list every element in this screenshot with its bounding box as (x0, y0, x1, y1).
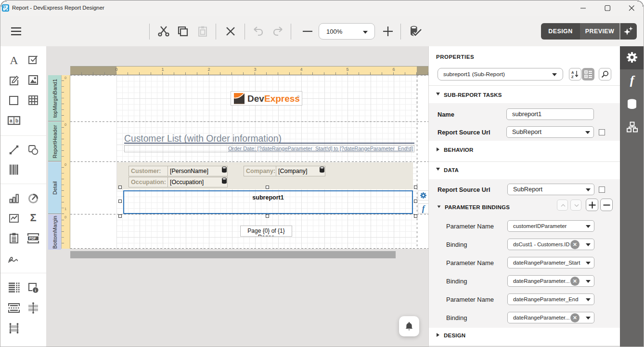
svg-text:b: b (15, 118, 18, 123)
svg-text:PDF: PDF (29, 236, 37, 240)
svg-text:Dev: Dev (247, 93, 264, 104)
svg-text:Z: Z (571, 75, 574, 79)
svg-text:Express: Express (264, 93, 300, 104)
svg-text:a: a (10, 118, 13, 123)
